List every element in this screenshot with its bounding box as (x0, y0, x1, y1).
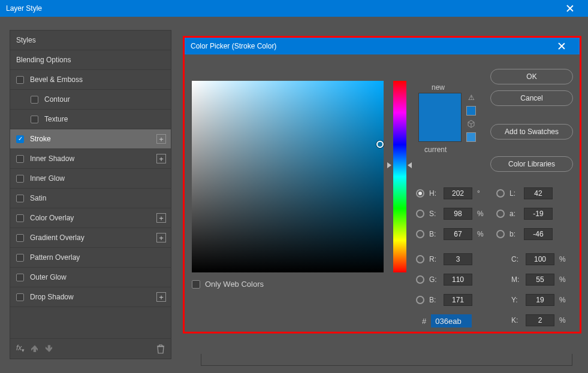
style-row-label: Color Overlay (30, 214, 74, 222)
blending-options-label: Blending Options (16, 56, 71, 64)
layer-style-titlebar[interactable]: Layer Style (0, 0, 588, 17)
saturation-value-field[interactable] (192, 81, 384, 272)
style-row-texture[interactable]: Texture (10, 110, 171, 129)
radio-icon[interactable] (496, 189, 505, 198)
hex-label: # (422, 317, 426, 326)
add-to-swatches-button[interactable]: Add to Swatches (490, 124, 573, 140)
r-input[interactable] (444, 253, 472, 265)
b-lab-input[interactable] (524, 228, 553, 240)
checkbox-icon[interactable] (16, 254, 24, 262)
checkbox-icon[interactable] (16, 274, 24, 281)
checkbox-icon[interactable] (16, 234, 24, 242)
style-row-pattern-overlay[interactable]: Pattern Overlay (10, 248, 171, 268)
style-row-label: Stroke (30, 135, 51, 143)
style-row-inner-glow[interactable]: Inner Glow (10, 169, 171, 189)
only-web-colors-label: Only Web Colors (205, 280, 264, 289)
websafe-swatch-icon[interactable] (466, 132, 476, 142)
layer-style-title: Layer Style (6, 4, 558, 13)
radio-icon[interactable] (416, 275, 424, 284)
gamut-swatch-icon[interactable] (466, 106, 476, 116)
checkbox-icon[interactable] (31, 96, 38, 104)
ok-button[interactable]: OK (490, 69, 573, 84)
g-input[interactable] (444, 274, 472, 286)
cancel-button[interactable]: Cancel (490, 90, 573, 106)
style-row-contour[interactable]: Contour (10, 90, 171, 110)
y-label: Y: (511, 296, 521, 304)
only-web-colors-checkbox[interactable]: Only Web Colors (192, 280, 264, 289)
move-down-icon[interactable]: 🡻 (45, 344, 53, 354)
style-row-label: Contour (44, 95, 70, 104)
checkbox-icon[interactable] (16, 214, 24, 222)
websafe-cube-icon[interactable] (466, 119, 476, 129)
move-up-icon[interactable]: 🡹 (31, 344, 39, 354)
style-row-stroke[interactable]: Stroke+ (10, 129, 171, 149)
l-input[interactable] (524, 187, 553, 199)
unit-label: % (559, 255, 568, 263)
style-row-drop-shadow[interactable]: Drop Shadow+ (10, 287, 171, 307)
add-effect-icon[interactable]: + (156, 213, 166, 223)
checkbox-icon[interactable] (16, 135, 24, 143)
m-field-row: M:% (511, 274, 568, 286)
color-cursor-icon[interactable] (376, 141, 384, 148)
radio-icon[interactable] (416, 255, 424, 263)
checkbox-icon[interactable] (31, 116, 38, 123)
style-row-color-overlay[interactable]: Color Overlay+ (10, 208, 171, 228)
gamut-warning-icon[interactable]: ⚠ (466, 93, 476, 102)
color-libraries-button[interactable]: Color Libraries (490, 156, 573, 172)
c-input[interactable] (526, 253, 554, 265)
h-input[interactable] (444, 187, 472, 199)
checkbox-icon[interactable] (16, 195, 24, 202)
style-row-label: Bevel & Emboss (30, 75, 83, 84)
new-color-swatch[interactable] (419, 93, 461, 117)
color-picker-close-button[interactable] (550, 38, 574, 54)
radio-icon[interactable] (416, 189, 424, 198)
radio-icon[interactable] (416, 230, 424, 238)
hue-slider[interactable] (393, 81, 406, 272)
s-label: S: (429, 210, 439, 218)
bhsl-field-row: B:% (416, 228, 486, 240)
style-row-bevel-emboss[interactable]: Bevel & Emboss (10, 70, 171, 90)
checkbox-icon[interactable] (16, 293, 24, 301)
style-row-gradient-overlay[interactable]: Gradient Overlay+ (10, 228, 171, 248)
color-picker-dialog: Color Picker (Stroke Color) new current … (185, 38, 580, 332)
radio-icon[interactable] (416, 210, 424, 218)
radio-icon[interactable] (496, 210, 505, 218)
radio-icon[interactable] (416, 296, 424, 304)
current-color-label: current (424, 145, 447, 154)
styles-header[interactable]: Styles (10, 31, 171, 50)
current-color-swatch[interactable] (419, 117, 461, 141)
hue-slider-handle-right-icon[interactable] (408, 162, 412, 168)
b-rgb-input[interactable] (444, 294, 472, 306)
layer-style-close-button[interactable] (558, 0, 582, 17)
y-input[interactable] (526, 294, 554, 306)
style-row-outer-glow[interactable]: Outer Glow (10, 268, 171, 287)
hex-field-row: # (422, 314, 472, 327)
m-input[interactable] (526, 274, 554, 286)
checkbox-icon[interactable] (16, 175, 24, 183)
style-row-label: Inner Shadow (30, 154, 74, 163)
add-effect-icon[interactable]: + (156, 233, 166, 242)
bhsl-input[interactable] (444, 228, 472, 240)
checkbox-icon[interactable] (16, 76, 24, 84)
fx-menu-button[interactable]: fx▾ (16, 344, 25, 353)
checkbox-icon[interactable] (16, 155, 24, 163)
color-picker-titlebar[interactable]: Color Picker (Stroke Color) (185, 38, 580, 54)
background-panel-outline (201, 354, 572, 366)
s-input[interactable] (444, 208, 472, 220)
hex-input[interactable] (431, 314, 472, 327)
add-effect-icon[interactable]: + (156, 134, 166, 144)
checkbox-icon (192, 280, 200, 289)
color-picker-title: Color Picker (Stroke Color) (191, 42, 550, 50)
add-effect-icon[interactable]: + (156, 154, 166, 163)
layer-style-window: Layer Style Styles Blending Options Beve… (0, 0, 588, 373)
blending-options-row[interactable]: Blending Options (10, 50, 171, 70)
style-row-satin[interactable]: Satin (10, 189, 171, 208)
style-row-inner-shadow[interactable]: Inner Shadow+ (10, 149, 171, 169)
hue-slider-handle-left-icon[interactable] (387, 162, 391, 168)
k-input[interactable] (526, 314, 554, 326)
add-effect-icon[interactable]: + (156, 292, 166, 302)
radio-icon[interactable] (496, 230, 505, 238)
a-input[interactable] (524, 208, 553, 220)
delete-icon[interactable] (156, 344, 165, 354)
bhsl-label: B: (429, 230, 439, 238)
